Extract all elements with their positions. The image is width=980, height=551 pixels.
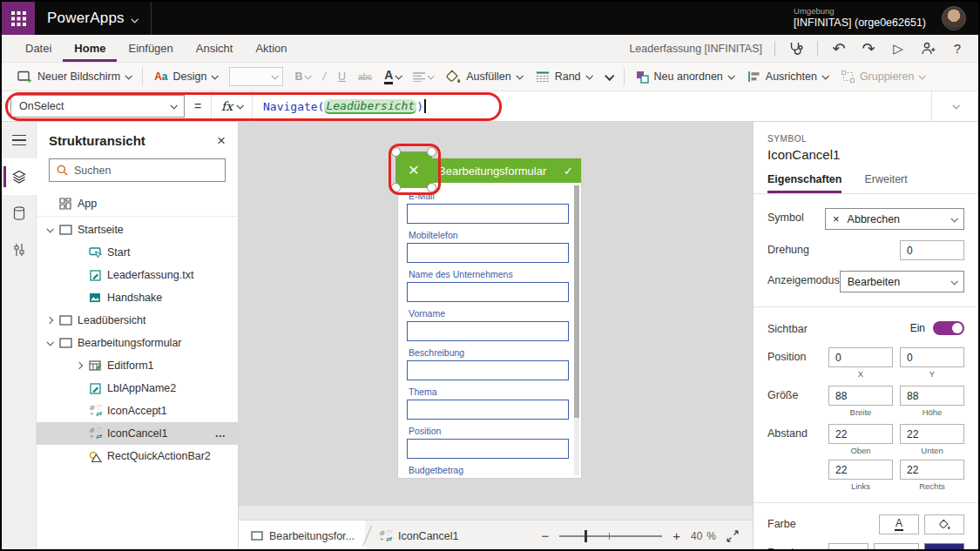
chevron-right-icon[interactable] (44, 318, 56, 323)
tree-item-lblappname2[interactable]: LblAppName2 (37, 377, 238, 400)
selection-handle[interactable] (391, 147, 401, 157)
breadcrumb-screen[interactable]: Bearbeitungsfor... (239, 521, 365, 551)
design-canvas[interactable]: Bearbeitungsformular ✓ E-MailMobiltelefo… (239, 122, 753, 520)
border-color-swatch[interactable] (924, 543, 964, 549)
rail-advanced-button[interactable] (2, 232, 37, 268)
display-mode-value: Bearbeiten (848, 276, 900, 288)
tree-item-iconcancel1[interactable]: ⊗♡+⇄IconCancel1… (37, 422, 238, 445)
tree-item-rectquickactionbar2[interactable]: RectQuickActionBar2 (37, 445, 238, 467)
tree-item-editform1[interactable]: Editform1 (37, 354, 238, 377)
more-formatting-button[interactable] (598, 65, 619, 88)
zoom-slider-thumb[interactable] (585, 530, 587, 542)
border-weight-input[interactable]: 0 (874, 543, 919, 549)
chevron-right-icon[interactable] (73, 363, 85, 368)
breadcrumb-control[interactable]: ⊗♡+⇄ IconCancel1 (378, 530, 459, 542)
form-scrollbar[interactable] (574, 185, 579, 475)
tree-item-iconaccept1[interactable]: ⊗♡+⇄IconAccept1 (37, 400, 238, 422)
menu-item-einfugen[interactable]: Einfügen (117, 35, 184, 62)
chevron-down-icon[interactable] (44, 227, 56, 232)
font-color-button[interactable]: A (378, 65, 407, 88)
size-width-input[interactable]: 88 (828, 386, 893, 406)
visible-toggle[interactable] (933, 321, 964, 335)
chevron-down-icon[interactable] (44, 340, 56, 346)
fx-menu-button[interactable]: fx (211, 91, 253, 122)
zoom-slider[interactable] (559, 535, 662, 537)
menu-item-aktion[interactable]: Aktion (244, 35, 298, 62)
phone-screen-preview[interactable]: Bearbeitungsformular ✓ E-MailMobiltelefo… (398, 158, 581, 478)
reorder-icon (636, 71, 649, 84)
property-selector[interactable]: OnSelect (10, 95, 185, 118)
form-field-input[interactable] (407, 243, 569, 263)
design-button[interactable]: Aa Design (147, 65, 224, 88)
padding-bottom-input[interactable]: 22 (900, 424, 964, 444)
zoom-in-button[interactable]: + (672, 528, 680, 543)
fill-color-button[interactable] (924, 514, 964, 534)
fill-button[interactable]: Ausfüllen (439, 65, 528, 88)
menu-item-home[interactable]: Home (63, 35, 117, 62)
tree-item-handshake[interactable]: Handshake (37, 286, 238, 309)
selection-handle[interactable] (427, 183, 436, 192)
help-icon[interactable]: ? (949, 41, 966, 56)
tree-item-start[interactable]: Start (37, 241, 238, 264)
position-x-input[interactable]: 0 (828, 347, 893, 367)
new-screen-button[interactable]: Neuer Bildschirm (10, 65, 138, 88)
menu-item-ansicht[interactable]: Ansicht (185, 35, 245, 62)
form-field-input[interactable] (407, 204, 569, 224)
selection-handle[interactable] (427, 147, 436, 157)
tree-item-app[interactable]: App (37, 191, 238, 217)
tab-eigenschaften[interactable]: Eigenschaften (767, 173, 841, 193)
environment-selector[interactable]: Umgebung [INFINITAS] (orge0e62651) (794, 6, 926, 30)
app-launcher-button[interactable] (2, 2, 35, 35)
icon-cancel-control-selected[interactable]: × (395, 151, 432, 188)
chevron-down-icon[interactable] (132, 10, 137, 26)
display-mode-dropdown[interactable]: Bearbeiten (840, 271, 964, 292)
rotation-input[interactable]: 0 (900, 240, 964, 260)
position-y-input[interactable]: 0 (900, 347, 964, 367)
property-row-border: Rand 0 (767, 543, 964, 549)
redo-icon[interactable]: ↷ (860, 39, 877, 58)
formula-input[interactable]: Navigate(Leadübersicht) (253, 99, 931, 114)
share-icon[interactable] (919, 42, 936, 55)
border-style-dropdown[interactable] (828, 543, 868, 549)
tab-erweitert[interactable]: Erweitert (864, 173, 907, 193)
padding-left-input[interactable]: 22 (828, 460, 893, 480)
form-field-input[interactable] (407, 282, 569, 302)
close-icon[interactable]: × (217, 133, 226, 148)
rail-data-sources-button[interactable] (2, 195, 37, 232)
app-checker-icon[interactable] (787, 41, 805, 56)
form-field-input[interactable] (407, 321, 569, 341)
size-height-input[interactable]: 88 (900, 386, 964, 406)
fit-to-window-icon[interactable] (727, 530, 739, 542)
reorder-button[interactable]: Neu anordnen (629, 65, 740, 88)
property-label: Drehung (767, 240, 809, 256)
tree-search-box[interactable] (49, 158, 226, 182)
preview-play-icon[interactable]: ▷ (889, 41, 907, 57)
menu-item-datei[interactable]: Datei (14, 35, 63, 62)
rail-menu-button[interactable] (2, 122, 37, 158)
undo-icon[interactable]: ↶ (830, 39, 848, 58)
formula-bar-expand-button[interactable] (931, 91, 978, 122)
form-field-input[interactable] (407, 439, 569, 459)
symbol-dropdown[interactable]: × Abbrechen (825, 208, 964, 230)
padding-right-input[interactable]: 22 (900, 460, 964, 480)
italic-button: / (316, 65, 331, 88)
rail-tree-view-button[interactable] (2, 158, 37, 195)
padding-top-input[interactable]: 22 (828, 424, 893, 444)
chevron-down-icon (236, 102, 243, 109)
zoom-out-button[interactable]: − (541, 528, 549, 543)
more-options-button[interactable]: … (215, 427, 228, 440)
check-icon[interactable]: ✓ (564, 165, 573, 178)
tree-item-startseite[interactable]: Startseite (37, 218, 238, 241)
user-avatar[interactable] (942, 6, 966, 30)
tree-item-bearbeitungsformular[interactable]: Bearbeitungsformular (37, 332, 238, 354)
tree-item-leadubersicht[interactable]: Leadübersicht (37, 309, 238, 332)
form-field-input[interactable] (407, 400, 569, 420)
tree-item-leaderfassung-txt[interactable]: Leaderfassung.txt (37, 264, 238, 286)
align-button[interactable]: Ausrichten (740, 65, 835, 88)
selection-handle[interactable] (391, 183, 401, 192)
form-field-input[interactable] (407, 360, 569, 380)
border-button[interactable]: Rand (529, 65, 598, 88)
font-color-button[interactable]: A (879, 514, 919, 534)
size-height-label: Höhe (900, 407, 964, 417)
search-input[interactable] (74, 165, 218, 177)
